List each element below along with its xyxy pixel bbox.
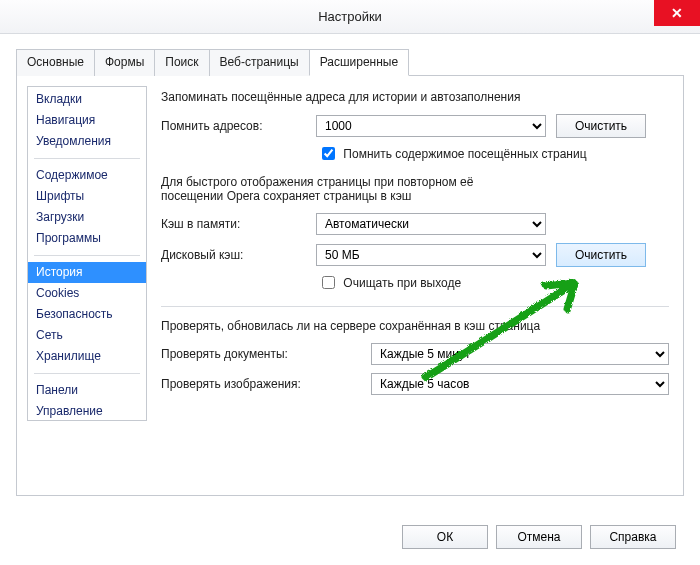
tab-webpages[interactable]: Веб-страницы	[209, 49, 310, 76]
sidebar-item-content[interactable]: Содержимое	[28, 165, 146, 186]
tab-search[interactable]: Поиск	[154, 49, 209, 76]
row-remember-content: Помнить содержимое посещённых страниц	[161, 144, 669, 163]
divider	[161, 306, 669, 307]
checkbox-remember-content[interactable]	[322, 147, 335, 160]
select-memory-cache[interactable]: Автоматически	[316, 213, 546, 235]
label-memory-cache: Кэш в памяти:	[161, 217, 306, 231]
label-remember-addresses: Помнить адресов:	[161, 119, 306, 133]
sidebar-item-navigation[interactable]: Навигация	[28, 110, 146, 131]
sidebar-item-fonts[interactable]: Шрифты	[28, 186, 146, 207]
sidebar-item-storage[interactable]: Хранилище	[28, 346, 146, 367]
select-check-documents[interactable]: Каждые 5 минут	[371, 343, 669, 365]
sidebar-item-network[interactable]: Сеть	[28, 325, 146, 346]
select-disk-cache[interactable]: 50 МБ	[316, 244, 546, 266]
close-icon: ✕	[671, 5, 683, 21]
dialog-footer: ОК Отмена Справка	[402, 525, 676, 549]
section-history-heading: Запоминать посещённые адреса для истории…	[161, 90, 669, 104]
sidebar-item-notifications[interactable]: Уведомления	[28, 131, 146, 152]
row-remember-addresses: Помнить адресов: 1000 Очистить	[161, 114, 669, 138]
tab-basic[interactable]: Основные	[16, 49, 95, 76]
label-clear-on-exit: Очищать при выходе	[343, 276, 461, 290]
tab-content: Вкладки Навигация Уведомления Содержимое…	[16, 76, 684, 496]
sidebar-item-downloads[interactable]: Загрузки	[28, 207, 146, 228]
checkbox-clear-on-exit[interactable]	[322, 276, 335, 289]
section-cache-heading-line2: посещении Opera сохраняет страницы в кэш	[161, 189, 669, 203]
sidebar-item-security[interactable]: Безопасность	[28, 304, 146, 325]
label-check-documents: Проверять документы:	[161, 347, 361, 361]
clear-cache-button[interactable]: Очистить	[556, 243, 646, 267]
titlebar: Настройки ✕	[0, 0, 700, 34]
sidebar-item-management[interactable]: Управление	[28, 401, 146, 422]
select-check-images[interactable]: Каждые 5 часов	[371, 373, 669, 395]
tab-advanced[interactable]: Расширенные	[309, 49, 410, 76]
label-remember-content: Помнить содержимое посещённых страниц	[343, 147, 586, 161]
sidebar-item-panels[interactable]: Панели	[28, 380, 146, 401]
clear-history-button[interactable]: Очистить	[556, 114, 646, 138]
row-check-images: Проверять изображения: Каждые 5 часов	[161, 373, 669, 395]
sidebar-item-cookies[interactable]: Cookies	[28, 283, 146, 304]
ok-button[interactable]: ОК	[402, 525, 488, 549]
row-memory-cache: Кэш в памяти: Автоматически	[161, 213, 669, 235]
row-check-documents: Проверять документы: Каждые 5 минут	[161, 343, 669, 365]
tabstrip: Основные Формы Поиск Веб-страницы Расшир…	[16, 48, 684, 76]
close-button[interactable]: ✕	[654, 0, 700, 26]
label-disk-cache: Дисковый кэш:	[161, 248, 306, 262]
window-title: Настройки	[318, 9, 382, 24]
row-disk-cache: Дисковый кэш: 50 МБ Очистить	[161, 243, 669, 267]
window-body: Основные Формы Поиск Веб-страницы Расшир…	[0, 34, 700, 504]
cancel-button[interactable]: Отмена	[496, 525, 582, 549]
section-cache-heading-line1: Для быстрого отображения страницы при по…	[161, 175, 669, 189]
section-check-heading: Проверять, обновилась ли на сервере сохр…	[161, 319, 669, 333]
sidebar-item-tabs[interactable]: Вкладки	[28, 89, 146, 110]
main-panel: Запоминать посещённые адреса для истории…	[161, 86, 669, 483]
select-address-count[interactable]: 1000	[316, 115, 546, 137]
sidebar-separator	[34, 373, 140, 374]
sidebar-item-history[interactable]: История	[28, 262, 146, 283]
sidebar-separator	[34, 255, 140, 256]
help-button[interactable]: Справка	[590, 525, 676, 549]
sidebar: Вкладки Навигация Уведомления Содержимое…	[27, 86, 147, 421]
tab-forms[interactable]: Формы	[94, 49, 155, 76]
row-clear-on-exit: Очищать при выходе	[161, 273, 669, 292]
label-check-images: Проверять изображения:	[161, 377, 361, 391]
sidebar-separator	[34, 158, 140, 159]
sidebar-item-programs[interactable]: Программы	[28, 228, 146, 249]
